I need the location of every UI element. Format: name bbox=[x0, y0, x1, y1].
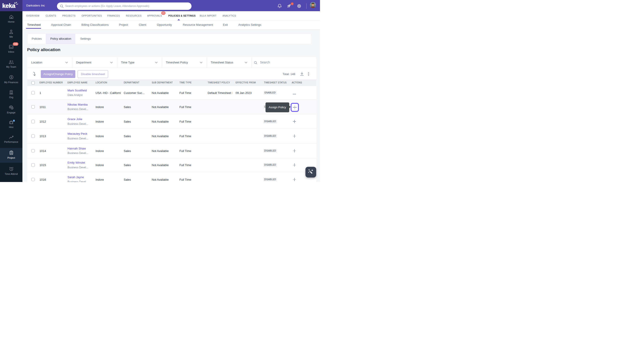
svg-text:$: $ bbox=[11, 76, 12, 78]
